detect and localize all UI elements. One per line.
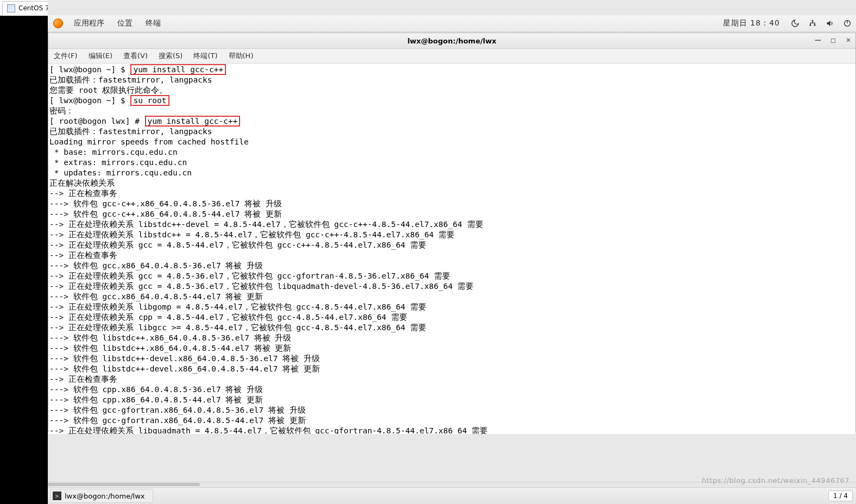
t-line-20: ---> 软件包 gcc.x86_64.0.4.8.5-36.el7 将被 升级 <box>49 261 263 270</box>
window-close-icon[interactable]: ✕ <box>844 35 853 45</box>
menu-file-label: 文件(F) <box>54 51 78 61</box>
t-line-13: --> 正在检查事务 <box>49 189 117 198</box>
t-line-14: ---> 软件包 gcc-c++.x86_64.0.4.8.5-36.el7 将… <box>49 199 282 208</box>
scroll-thumb[interactable] <box>48 483 200 486</box>
t-line-10: * extras: mirrors.cqu.edu.cn <box>49 158 187 167</box>
highlight-yum-user: yum install gcc-c++ <box>130 64 226 75</box>
t-line-33: ---> 软件包 cpp.x86_64.0.4.8.5-44.el7 将被 更新 <box>49 395 263 404</box>
clock-label: 星期日 18：40 <box>723 18 780 27</box>
menu-places[interactable]: 位置 <box>111 15 139 32</box>
highlight-yum-root: yum install gcc-c++ <box>145 116 241 127</box>
terminal-icon <box>53 492 61 500</box>
menu-terminal-label: 终端 <box>146 18 161 28</box>
workspace-indicator[interactable]: 1 / 4 <box>828 490 853 501</box>
t-line-03: 您需要 root 权限执行此命令。 <box>49 86 167 94</box>
t-line-21: --> 正在处理依赖关系 gcc = 4.8.5-36.el7，它被软件包 gc… <box>49 272 450 280</box>
t-line-22: --> 正在处理依赖关系 gcc = 4.8.5-36.el7，它被软件包 li… <box>49 282 474 291</box>
menu-terminal-menu-label: 终端(T) <box>193 51 217 61</box>
t-line-29: ---> 软件包 libstdc++-devel.x86_64.0.4.8.5-… <box>49 354 320 363</box>
highlight-su-root: su root <box>130 95 169 106</box>
t-line-28: ---> 软件包 libstdc++.x86_64.0.4.8.5-44.el7… <box>49 344 291 352</box>
t-line-31: --> 正在检查事务 <box>49 375 117 383</box>
menu-applications[interactable]: 应用程序 <box>67 15 111 32</box>
vm-monitor-icon <box>7 4 15 12</box>
t-line-18: --> 正在处理依赖关系 gcc = 4.8.5-44.el7，它被软件包 gc… <box>49 241 426 249</box>
t-line-27: ---> 软件包 libstdc++.x86_64.0.4.8.5-36.el7… <box>49 333 291 342</box>
t-line-26: --> 正在处理依赖关系 libgcc >= 4.8.5-44.el7，它被软件… <box>49 323 426 332</box>
t-line-23: ---> 软件包 gcc.x86_64.0.4.8.5-44.el7 将被 更新 <box>49 292 263 301</box>
t-line-02: 已加载插件：fastestmirror, langpacks <box>49 75 212 84</box>
t-line-01: [ lwx@bogon ~] $ yum install gcc-c++ <box>49 65 226 74</box>
guest-desktop: 应用程序 位置 终端 星期日 18：40 lwx@bogon:/home/lwx… <box>48 0 856 504</box>
menu-terminal[interactable]: 终端 <box>139 15 167 32</box>
window-maximize-icon[interactable]: ◻ <box>828 35 838 45</box>
watermark-text: https://blog.csdn.net/weixin_44946767 <box>702 476 849 484</box>
t-line-12: 正在解决依赖关系 <box>49 179 115 187</box>
night-mode-icon[interactable] <box>790 18 800 28</box>
t-line-08: Loading mirror speeds from cached hostfi… <box>49 137 249 146</box>
network-icon[interactable] <box>808 18 817 28</box>
menu-edit[interactable]: 编辑(E) <box>83 49 118 63</box>
activities-icon[interactable] <box>53 18 63 28</box>
clock[interactable]: 星期日 18：40 <box>716 18 786 28</box>
taskbar-terminal-button[interactable]: lwx@bogon:/home/lwx <box>50 489 153 503</box>
t-line-36: --> 正在处理依赖关系 libquadmath = 4.8.5-44.el7，… <box>49 426 488 434</box>
terminal-menubar: 文件(F) 编辑(E) 查看(V) 搜索(S) 终端(T) 帮助(H) <box>48 49 855 64</box>
svg-rect-0 <box>812 20 814 22</box>
volume-icon[interactable] <box>825 18 835 28</box>
t-line-09: * base: mirrors.cqu.edu.cn <box>49 148 178 156</box>
t-line-35: ---> 软件包 gcc-gfortran.x86_64.0.4.8.5-44.… <box>49 416 306 425</box>
window-titlebar[interactable]: lwx@bogon:/home/lwx — ◻ ✕ <box>48 33 855 49</box>
terminal-window: lwx@bogon:/home/lwx — ◻ ✕ 文件(F) 编辑(E) 查看… <box>48 33 856 432</box>
svg-rect-1 <box>810 24 811 26</box>
t-line-25: --> 正在处理依赖关系 cpp = 4.8.5-44.el7，它被软件包 gc… <box>49 313 407 322</box>
t-line-07: 已加载插件：fastestmirror, langpacks <box>49 127 212 136</box>
gnome-top-bar: 应用程序 位置 终端 星期日 18：40 <box>48 15 856 32</box>
t-line-16: --> 正在处理依赖关系 libstdc++-devel = 4.8.5-44.… <box>49 220 483 229</box>
menu-applications-label: 应用程序 <box>74 18 104 28</box>
t-line-06: [ root@bogon lwx] # yum install gcc-c++ <box>49 117 241 125</box>
svg-rect-2 <box>814 24 816 26</box>
workspace-label: 1 / 4 <box>833 492 848 500</box>
menu-search-label: 搜索(S) <box>159 51 182 61</box>
t-line-17: --> 正在处理依赖关系 libstdc++ = 4.8.5-44.el7，它被… <box>49 230 455 239</box>
vm-black-sidebar <box>0 0 48 504</box>
menu-terminal-menu[interactable]: 终端(T) <box>188 49 223 63</box>
t-line-30: ---> 软件包 libstdc++-devel.x86_64.0.4.8.5-… <box>49 364 320 373</box>
menu-file[interactable]: 文件(F) <box>48 49 83 63</box>
t-line-24: --> 正在处理依赖关系 libgomp = 4.8.5-44.el7，它被软件… <box>49 303 426 311</box>
window-minimize-icon[interactable]: — <box>813 35 823 45</box>
t-line-05: 密码： <box>49 106 74 115</box>
menu-places-label: 位置 <box>117 18 133 28</box>
menu-help-label: 帮助(H) <box>229 51 254 61</box>
t-line-15: ---> 软件包 gcc-c++.x86_64.0.4.8.5-44.el7 将… <box>49 210 282 218</box>
power-icon[interactable] <box>842 18 852 28</box>
t-line-11: * updates: mirrors.cqu.edu.cn <box>49 168 192 177</box>
t-line-04: [ lwx@bogon ~] $ su root <box>49 96 170 105</box>
taskbar-terminal-label: lwx@bogon:/home/lwx <box>65 492 145 500</box>
menu-view[interactable]: 查看(V) <box>118 49 153 63</box>
window-title: lwx@bogon:/home/lwx <box>407 37 496 45</box>
t-line-19: --> 正在检查事务 <box>49 251 117 260</box>
menu-edit-label: 编辑(E) <box>89 51 112 61</box>
gnome-taskbar: lwx@bogon:/home/lwx 1 / 4 <box>48 487 856 504</box>
t-line-34: ---> 软件包 gcc-gfortran.x86_64.0.4.8.5-36.… <box>49 406 306 414</box>
terminal-output[interactable]: [ lwx@bogon ~] $ yum install gcc-c++ 已加载… <box>48 64 855 434</box>
t-line-32: ---> 软件包 cpp.x86_64.0.4.8.5-36.el7 将被 升级 <box>49 385 263 394</box>
menu-view-label: 查看(V) <box>123 51 148 61</box>
menu-search[interactable]: 搜索(S) <box>153 49 188 63</box>
menu-help[interactable]: 帮助(H) <box>223 49 259 63</box>
